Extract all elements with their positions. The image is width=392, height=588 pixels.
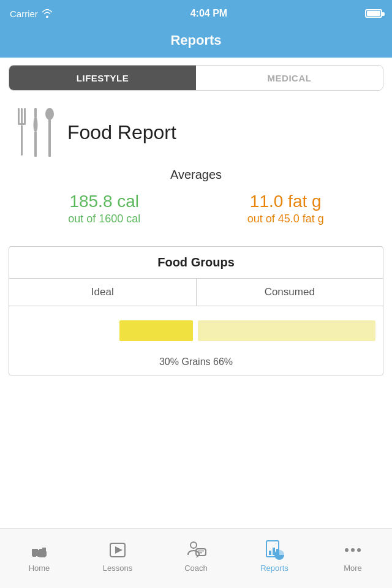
carrier-label: Carrier — [10, 9, 38, 19]
tab-lessons[interactable]: Lessons — [78, 529, 157, 588]
nav-bar: Reports — [0, 27, 392, 58]
calories-sub: out of 1600 cal — [68, 213, 140, 225]
more-icon — [342, 539, 364, 561]
tab-coach[interactable]: Coach — [157, 529, 235, 588]
svg-rect-6 — [34, 131, 37, 157]
svg-rect-4 — [21, 125, 23, 156]
svg-rect-3 — [19, 123, 24, 125]
tab-home-label: Home — [29, 564, 50, 573]
tab-reports-label: Reports — [260, 564, 288, 573]
averages-section: Averages 185.8 cal out of 1600 cal 11.0 … — [0, 163, 392, 240]
lessons-icon — [107, 539, 129, 561]
ideal-header: Ideal — [9, 279, 197, 306]
grain-label: 30% Grains 66% — [9, 355, 383, 375]
segment-control: LIFESTYLE MEDICAL — [9, 65, 383, 91]
svg-rect-2 — [24, 108, 26, 125]
svg-point-27 — [345, 548, 349, 552]
consumed-bar — [198, 320, 375, 341]
svg-point-7 — [45, 108, 54, 120]
food-groups-table: Food Groups Ideal Consumed 30% Grains 66… — [9, 246, 383, 375]
food-groups-title: Food Groups — [9, 247, 383, 279]
consumed-bar-container — [198, 320, 375, 341]
svg-point-28 — [351, 548, 355, 552]
tab-lessons-label: Lessons — [103, 564, 132, 573]
svg-point-29 — [357, 548, 361, 552]
tab-reports[interactable]: Reports — [235, 529, 314, 588]
svg-point-17 — [190, 542, 197, 548]
utensils-icon — [15, 108, 56, 157]
coach-icon — [185, 539, 207, 561]
ideal-bar — [119, 320, 193, 341]
segment-lifestyle[interactable]: LIFESTYLE — [9, 66, 196, 90]
svg-rect-8 — [48, 119, 51, 157]
battery-icon — [365, 9, 382, 18]
svg-rect-14 — [42, 548, 46, 557]
grains-data-row — [9, 306, 383, 355]
calories-stat: 185.8 cal out of 1600 cal — [68, 192, 140, 225]
averages-label: Averages — [15, 168, 377, 182]
tab-more[interactable]: More — [314, 529, 392, 588]
stats-row: 185.8 cal out of 1600 cal 11.0 fat g out… — [15, 192, 377, 225]
svg-rect-5 — [34, 108, 37, 118]
svg-marker-16 — [115, 546, 123, 554]
fat-sub: out of 45.0 fat g — [247, 213, 324, 225]
svg-rect-13 — [37, 550, 41, 557]
home-icon — [28, 539, 50, 561]
tab-bar: Home Lessons Coach — [0, 528, 392, 588]
svg-rect-12 — [32, 552, 36, 557]
fat-stat: 11.0 fat g out of 45.0 fat g — [247, 192, 324, 225]
reports-icon — [263, 539, 285, 561]
table-header-row: Ideal Consumed — [9, 279, 383, 306]
segment-container: LIFESTYLE MEDICAL — [0, 58, 392, 97]
food-report-title: Food Report — [67, 121, 176, 144]
carrier-info: Carrier — [10, 9, 53, 19]
status-time: 4:04 PM — [190, 8, 227, 19]
page-title: Reports — [170, 32, 221, 48]
calories-value: 185.8 cal — [68, 192, 140, 211]
status-bar: Carrier 4:04 PM — [0, 0, 392, 27]
wifi-icon — [42, 9, 53, 18]
svg-rect-1 — [21, 108, 23, 125]
tab-more-label: More — [344, 564, 362, 573]
svg-rect-22 — [269, 551, 271, 555]
svg-rect-0 — [18, 108, 20, 125]
consumed-header: Consumed — [197, 279, 383, 306]
fat-value: 11.0 fat g — [247, 192, 324, 211]
tab-home[interactable]: Home — [0, 529, 78, 588]
ideal-bar-container — [17, 320, 198, 341]
food-report-header: Food Report — [0, 97, 392, 163]
tab-coach-label: Coach — [184, 564, 208, 573]
segment-medical[interactable]: MEDICAL — [196, 66, 383, 90]
